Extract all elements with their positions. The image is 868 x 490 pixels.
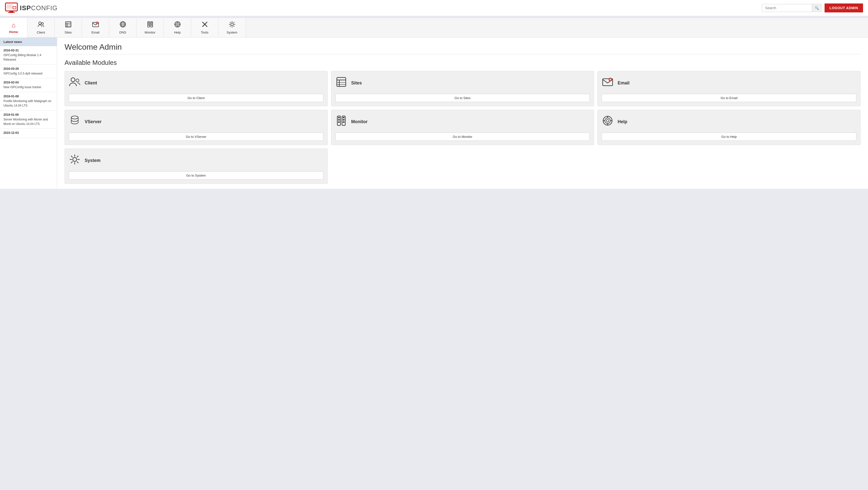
sidebar: Latest news 2016-03-31 ISPConfig Billing… (0, 37, 57, 189)
modules-grid: Client Go to Client Sites Go to Sites (65, 71, 861, 184)
tools-icon (201, 21, 208, 30)
svg-point-5 (39, 22, 41, 24)
nav-label-home: Home (9, 30, 18, 34)
svg-point-35 (231, 23, 233, 26)
news-item[interactable]: 2016-01-06 Server Monitoring with Munin … (0, 111, 57, 129)
nav-label-client: Client (37, 31, 45, 34)
svg-point-37 (76, 79, 79, 82)
go-to-sites-button[interactable]: Go to Sites (335, 94, 590, 102)
news-text: Server Monitoring with Munin and Monit o… (3, 118, 48, 126)
module-top-monitor: Monitor (335, 115, 590, 128)
nav-item-email[interactable]: Email (82, 18, 109, 37)
svg-rect-21 (148, 25, 149, 26)
module-top-vserver: VServer (69, 115, 323, 128)
content-wrapper: Latest news 2016-03-31 ISPConfig Billing… (0, 37, 868, 189)
news-date: 2016-01-08 (3, 95, 53, 98)
svg-point-6 (41, 23, 43, 25)
svg-rect-20 (148, 24, 149, 24)
news-date: 2016-02-04 (3, 81, 53, 84)
nav-item-client[interactable]: Client (27, 18, 55, 37)
svg-rect-2 (8, 12, 15, 13)
svg-rect-51 (338, 121, 340, 123)
news-item[interactable]: 2016-01-08 Postfix Monitoring with Mailg… (0, 92, 57, 111)
news-text: New ISPConfig issue tracker (3, 85, 41, 89)
email-module-icon (602, 76, 614, 90)
search-button[interactable]: 🔍 (812, 4, 822, 12)
news-text: Postfix Monitoring with Mailgraph on Ubu… (3, 99, 51, 107)
logo-icon (5, 2, 18, 13)
news-item[interactable]: 2016-03-31 ISPConfig Billing Module 1.4 … (0, 46, 57, 64)
svg-rect-50 (338, 119, 340, 120)
nav-label-sites: Sites (65, 31, 72, 34)
nav-label-tools: Tools (201, 31, 208, 34)
go-to-vserver-button[interactable]: Go to VServer (69, 133, 323, 141)
help-module-icon (602, 115, 614, 128)
svg-rect-23 (151, 22, 152, 23)
news-date: 2016-01-06 (3, 113, 53, 116)
logout-button[interactable]: LOGOUT ADMIN (825, 3, 863, 12)
go-to-help-button[interactable]: Go to Help (602, 133, 856, 141)
sites-module-name: Sites (351, 81, 362, 86)
svg-rect-55 (343, 121, 344, 123)
svg-point-57 (605, 118, 610, 123)
nav-item-dns[interactable]: DNS (109, 18, 136, 37)
nav-item-sites[interactable]: Sites (55, 18, 82, 37)
monitor-icon (147, 21, 154, 30)
search-box: 🔍 (762, 4, 822, 12)
svg-point-63 (73, 157, 77, 162)
go-to-client-button[interactable]: Go to Client (69, 94, 323, 102)
help-icon (174, 21, 181, 30)
vserver-module-name: VServer (85, 119, 101, 124)
nav-label-email: Email (91, 31, 99, 34)
go-to-system-button[interactable]: Go to System (69, 171, 323, 179)
news-item[interactable]: 2016-02-04 New ISPConfig issue tracker (0, 78, 57, 92)
svg-rect-1 (9, 11, 13, 12)
svg-rect-49 (338, 117, 340, 118)
client-icon (37, 21, 44, 30)
module-card-client: Client Go to Client (65, 71, 328, 106)
nav-label-system: System (227, 31, 237, 34)
svg-rect-3 (7, 4, 12, 8)
module-top-system: System (69, 154, 323, 167)
go-to-monitor-button[interactable]: Go to Monitor (335, 133, 590, 141)
svg-rect-19 (148, 22, 149, 23)
header: ISPCONFIG 🔍 LOGOUT ADMIN (0, 0, 868, 16)
news-date: 2016-03-31 (3, 49, 53, 52)
logo-text: ISPCONFIG (20, 4, 58, 12)
module-card-system: System Go to System (65, 148, 328, 184)
svg-point-58 (607, 119, 609, 122)
nav-label-help: Help (174, 31, 181, 34)
svg-rect-53 (343, 117, 344, 118)
system-module-icon (69, 154, 81, 167)
module-top-client: Client (69, 76, 323, 90)
svg-rect-4 (13, 6, 16, 9)
nav-label-dns: DNS (119, 31, 126, 34)
logo: ISPCONFIG (5, 2, 58, 13)
news-item[interactable]: 2015-12-03 (0, 128, 57, 138)
main-content: Welcome Admin Available Modules Client G… (57, 37, 868, 189)
home-icon: ⌂ (12, 21, 16, 29)
svg-point-47 (71, 116, 78, 119)
svg-rect-24 (151, 24, 152, 24)
nav-label-monitor: Monitor (145, 31, 155, 34)
go-to-email-button[interactable]: Go to Email (602, 94, 856, 102)
sites-icon (65, 21, 72, 30)
module-card-help: Help Go to Help (597, 110, 861, 145)
news-item[interactable]: 2016-03-29 ISPConfig 3.0.5.4p9 released (0, 64, 57, 79)
search-input[interactable] (762, 4, 812, 12)
sites-module-icon (335, 76, 347, 90)
nav-item-help[interactable]: Help (164, 18, 191, 37)
nav-item-system[interactable]: System (218, 18, 246, 37)
system-icon (228, 21, 236, 30)
email-icon (92, 21, 99, 30)
modules-title: Available Modules (65, 59, 861, 66)
nav-item-home[interactable]: ⌂ Home (0, 18, 27, 37)
news-date: 2016-03-29 (3, 67, 53, 70)
email-module-name: Email (618, 81, 629, 86)
svg-point-36 (71, 78, 75, 82)
svg-point-27 (176, 23, 179, 26)
nav-item-monitor[interactable]: Monitor (136, 18, 164, 37)
nav-item-tools[interactable]: Tools (191, 18, 218, 37)
module-card-vserver: VServer Go to VServer (65, 110, 328, 145)
news-date: 2015-12-03 (3, 131, 53, 135)
